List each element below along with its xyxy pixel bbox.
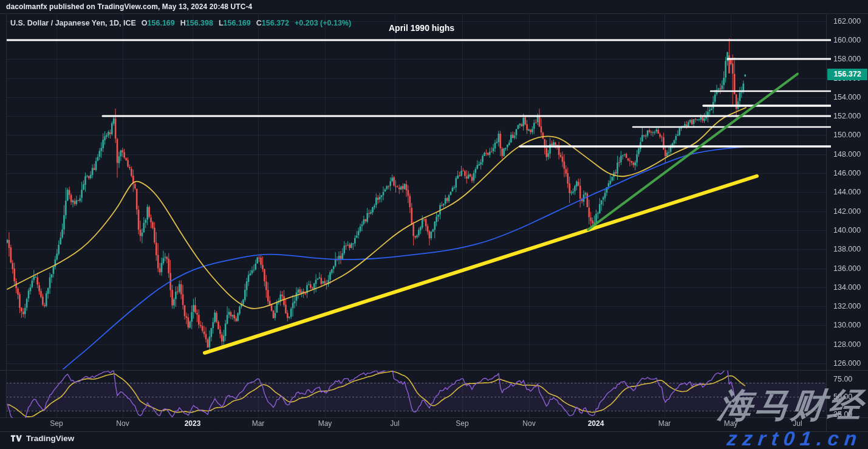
y-axis-label: 158.000 [833,55,861,63]
y-axis-label: 130.000 [833,321,861,329]
tradingview-footer-link[interactable]: TradingView [10,434,74,443]
ohlc-value: 156.372 [262,19,289,27]
watermark-cn: 海马财经 [716,383,867,429]
y-axis-label: 126.000 [833,359,861,368]
y-axis-label: 138.000 [833,245,861,253]
symbol-title: U.S. Dollar / Japanese Yen, 1D, ICE [10,19,136,27]
ohlc-value: 156.169 [148,19,175,27]
x-axis-month-label: Jul [390,419,399,428]
tradingview-wordmark: TradingView [26,434,74,443]
tradingview-logo-icon [10,434,22,443]
y-axis-label: 140.000 [833,226,861,235]
y-axis-label: 146.000 [833,169,861,177]
y-axis-label: 128.000 [833,340,861,349]
x-axis-month-label: Nov [522,419,535,428]
ohlc-key: H [180,19,186,27]
ohlc-value: 156.398 [186,19,213,27]
y-axis-label: 134.000 [833,283,861,292]
x-axis-year-label: 2023 [185,419,201,428]
chart-window: dacolmanfx published on TradingView.com,… [0,0,868,449]
ohlc-key: L [219,19,224,27]
ohlc-value: 156.169 [224,19,251,27]
y-axis-label: 144.000 [833,188,861,196]
x-axis-month-label: Mar [252,419,265,428]
last-price-label: 156.372 [827,69,867,80]
annotation-april-1990-highs: April 1990 highs [389,23,454,33]
y-axis-label: 148.000 [833,150,861,159]
y-axis-label: 154.000 [833,93,861,101]
y-axis-label: 162.000 [833,17,861,26]
price-chart-canvas[interactable] [0,0,868,449]
ohlc-values: O156.169H156.398L156.169C156.372 [136,19,289,27]
y-axis-label: 150.000 [833,131,861,139]
y-axis-label: 132.000 [833,302,861,310]
symbol-legend[interactable]: U.S. Dollar / Japanese Yen, 1D, ICEO156.… [10,19,351,27]
y-axis-label: 152.000 [833,112,861,120]
y-axis-label: 136.000 [833,264,861,273]
x-axis-month-label: Nov [116,419,129,428]
x-axis-year-label: 2024 [588,419,604,428]
ohlc-key: C [256,19,262,27]
change-value: +0.203 (+0.13%) [295,19,351,27]
x-axis-month-label: Sep [50,419,63,428]
ohlc-key: O [142,19,148,27]
watermark-url: zzrt01.cn [726,427,863,449]
y-axis-label: 160.000 [833,36,861,44]
x-axis-month-label: Mar [658,419,671,428]
y-axis-label: 142.000 [833,207,861,216]
x-axis-month-label: Sep [456,419,468,428]
x-axis-month-label: May [318,419,332,428]
attribution-text: dacolmanfx published on TradingView.com,… [6,2,252,11]
